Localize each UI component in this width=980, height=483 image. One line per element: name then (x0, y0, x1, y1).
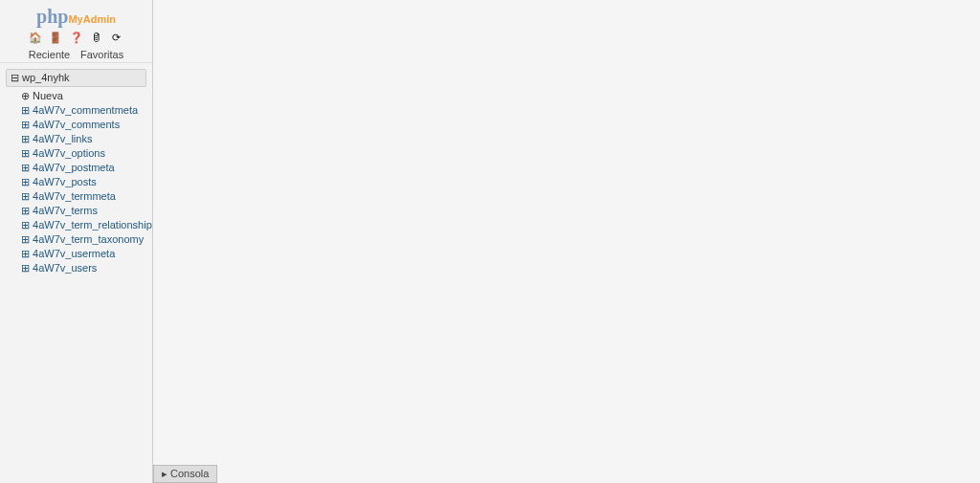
tree-table[interactable]: ⊞ 4aW7v_links (2, 132, 150, 146)
tree-table[interactable]: ⊞ 4aW7v_options (2, 146, 150, 161)
nav-tabs: Reciente Favoritas (0, 47, 152, 63)
tree-new-table[interactable]: ⊕ Nueva (2, 89, 150, 103)
tab-recent[interactable]: Reciente (25, 49, 74, 60)
tree-table[interactable]: ⊞ 4aW7v_commentmeta (2, 103, 150, 118)
sql-icon[interactable]: 🛢 (90, 32, 103, 45)
console-tab[interactable]: ▸ Consola (153, 465, 217, 483)
tree-table[interactable]: ⊞ 4aW7v_usermeta (2, 247, 150, 261)
tree-table[interactable]: ⊞ 4aW7v_posts (2, 175, 150, 189)
logo[interactable]: phpMyAdmin (0, 0, 152, 30)
tree-table[interactable]: ⊞ 4aW7v_users (2, 261, 150, 275)
logout-icon[interactable]: 🚪 (49, 32, 62, 45)
tree-table[interactable]: ⊞ 4aW7v_term_taxonomy (2, 232, 150, 247)
tree-database[interactable]: ⊟ wp_4nyhk (6, 69, 146, 87)
tree-table[interactable]: ⊞ 4aW7v_termmeta (2, 189, 150, 204)
navigation-panel: phpMyAdmin 🏠 🚪 ❓ 🛢 ⟳ Reciente Favoritas … (0, 0, 153, 483)
tree-table[interactable]: ⊞ 4aW7v_postmeta (2, 161, 150, 175)
reload-icon[interactable]: ⟳ (110, 32, 123, 45)
db-tree: ⊟ wp_4nyhk ⊕ Nueva ⊞ 4aW7v_commentmeta⊞ … (0, 63, 152, 279)
tree-table[interactable]: ⊞ 4aW7v_terms (2, 204, 150, 218)
tree-table[interactable]: ⊞ 4aW7v_comments (2, 118, 150, 132)
tab-favorites[interactable]: Favoritas (77, 49, 127, 60)
tree-table[interactable]: ⊞ 4aW7v_term_relationships (2, 218, 150, 232)
home-icon[interactable]: 🏠 (29, 32, 42, 45)
nav-shortcuts[interactable]: 🏠 🚪 ❓ 🛢 ⟳ (0, 30, 152, 47)
docs-icon[interactable]: ❓ (70, 32, 83, 45)
